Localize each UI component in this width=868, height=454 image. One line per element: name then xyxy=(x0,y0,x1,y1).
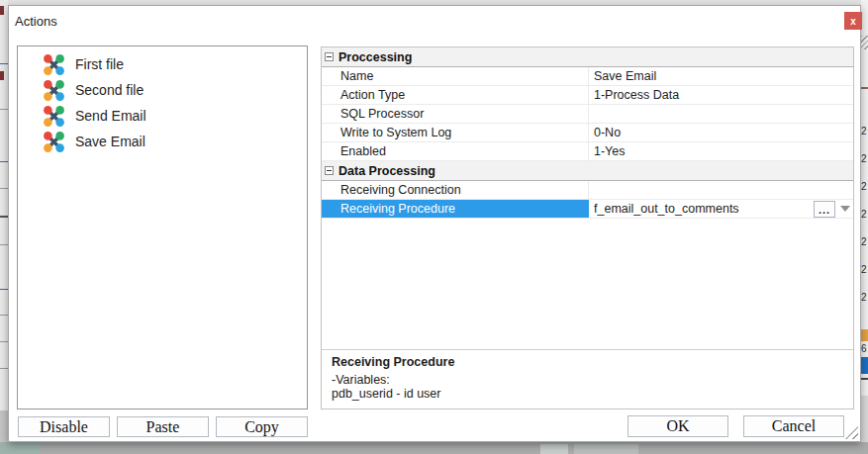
property-row-write-to-system-log[interactable]: Write to System Log 0-No xyxy=(322,124,853,142)
background-artifact: 2 xyxy=(861,154,868,164)
background-artifact xyxy=(0,71,4,80)
background-artifact xyxy=(861,36,868,49)
property-label: Receiving Procedure xyxy=(340,202,455,216)
action-shuffle-icon xyxy=(44,132,64,152)
background-artifact xyxy=(0,109,8,110)
dropdown-arrow-icon[interactable] xyxy=(840,206,850,212)
property-row-enabled[interactable]: Enabled 1-Yes xyxy=(322,142,853,161)
property-label: Action Type xyxy=(340,88,405,102)
paste-button[interactable]: Paste xyxy=(117,416,209,437)
property-row-receiving-connection[interactable]: Receiving Connection xyxy=(322,181,853,200)
background-artifact: 2 xyxy=(861,127,868,136)
background-artifact: 2 xyxy=(861,265,868,275)
disable-button[interactable]: Disable xyxy=(18,416,110,437)
close-icon: x xyxy=(850,16,856,27)
actions-dialog: Actions x First file Second file Send Em… xyxy=(8,5,861,442)
background-artifact xyxy=(0,442,40,454)
grid-empty-area xyxy=(322,219,853,349)
background-artifact xyxy=(861,329,868,341)
background-artifact xyxy=(0,341,8,342)
background-artifact xyxy=(0,63,8,64)
property-value: Save Email xyxy=(594,69,656,83)
property-row-action-type[interactable]: Action Type 1-Process Data xyxy=(322,86,853,105)
property-label: Name xyxy=(340,69,373,83)
list-item-label: Save Email xyxy=(75,134,145,149)
property-row-name[interactable]: Name Save Email xyxy=(322,67,853,86)
list-item-first-file[interactable]: First file xyxy=(18,51,307,77)
background-artifact xyxy=(861,357,868,374)
background-artifact xyxy=(0,244,8,245)
description-line: pdb_userid - id user xyxy=(332,387,843,401)
list-item-label: Send Email xyxy=(75,108,146,124)
description-title: Receiving Procedure xyxy=(332,355,843,369)
property-row-receiving-procedure[interactable]: Receiving Procedure f_email_out_to_comme… xyxy=(322,200,853,219)
collapse-icon[interactable] xyxy=(325,166,334,175)
action-shuffle-icon xyxy=(44,106,64,127)
close-button[interactable]: x xyxy=(844,12,862,30)
list-item-send-email[interactable]: Send Email xyxy=(18,103,307,129)
background-artifact xyxy=(0,161,8,162)
collapse-icon[interactable] xyxy=(325,52,334,61)
description-line: -Variables: xyxy=(332,373,843,387)
background-artifact xyxy=(540,444,568,454)
background-bottom-strip xyxy=(0,442,868,454)
background-artifact: 6 xyxy=(861,344,868,354)
property-description-panel: Receiving Procedure -Variables: pdb_user… xyxy=(322,349,853,409)
list-item-label: Second file xyxy=(75,82,144,98)
property-row-sql-processor[interactable]: SQL Processor xyxy=(322,105,853,124)
background-artifact xyxy=(861,87,868,89)
copy-button[interactable]: Copy xyxy=(216,416,308,437)
background-artifact xyxy=(0,216,8,218)
list-item-save-email[interactable]: Save Email xyxy=(18,129,307,154)
ok-button[interactable]: OK xyxy=(627,415,728,437)
list-item-second-file[interactable]: Second file xyxy=(18,77,307,103)
background-artifact xyxy=(0,6,4,15)
action-shuffle-icon xyxy=(44,80,64,101)
cancel-button[interactable]: Cancel xyxy=(743,415,844,437)
background-artifact xyxy=(0,315,8,316)
background-artifact xyxy=(574,444,638,454)
property-value: 0-No xyxy=(594,126,621,139)
action-list[interactable]: First file Second file Send Email Save E… xyxy=(17,45,308,409)
section-title: Proccessing xyxy=(338,50,412,64)
property-value: f_email_out_to_comments xyxy=(594,202,739,216)
background-artifact xyxy=(0,289,8,290)
background-artifact xyxy=(861,378,868,380)
browse-ellipsis-button[interactable]: ... xyxy=(814,201,835,218)
background-artifact xyxy=(0,368,8,369)
property-label: Enabled xyxy=(340,144,386,158)
section-header-data-processing[interactable]: Data Processing xyxy=(322,161,853,181)
background-artifact xyxy=(0,188,8,189)
background-artifact: 2 xyxy=(861,182,868,192)
property-grid: Proccessing Name Save Email Action Type … xyxy=(321,46,854,409)
property-label: SQL Processor xyxy=(340,107,424,121)
section-header-proccessing[interactable]: Proccessing xyxy=(322,47,853,67)
background-artifact: 2 xyxy=(861,210,868,220)
action-shuffle-icon xyxy=(44,54,64,75)
list-item-label: First file xyxy=(75,56,124,72)
background-right-strip: 2 2 2 2 2 2 2 6 xyxy=(861,0,868,454)
property-label: Receiving Connection xyxy=(340,183,461,197)
property-label: Write to System Log xyxy=(340,126,451,139)
dialog-title: Actions xyxy=(15,14,57,29)
property-value: 1-Process Data xyxy=(594,88,679,102)
section-title: Data Processing xyxy=(338,164,435,178)
property-value: 1-Yes xyxy=(594,144,626,158)
background-artifact: 2 xyxy=(861,237,868,247)
resize-grip[interactable] xyxy=(845,426,858,439)
background-artifact: 2 xyxy=(861,293,868,303)
background-left-strip xyxy=(0,0,8,454)
